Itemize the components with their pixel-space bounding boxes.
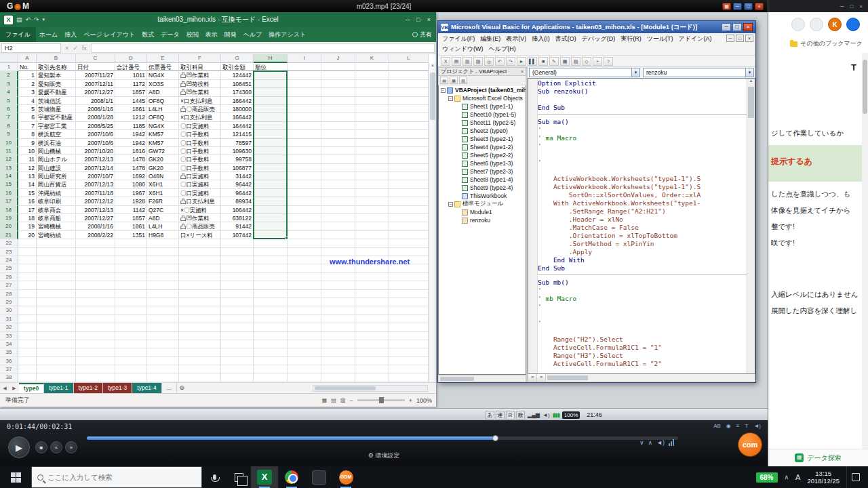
cell-A16[interactable]: 15 bbox=[18, 189, 37, 197]
cell-I4[interactable] bbox=[288, 88, 321, 96]
speaker-icon[interactable]: ◄) bbox=[753, 423, 761, 429]
cell-J22[interactable] bbox=[321, 239, 355, 247]
cell-L21[interactable] bbox=[389, 231, 429, 239]
cell-I10[interactable] bbox=[288, 139, 321, 147]
cell-J31[interactable] bbox=[321, 315, 355, 323]
cell-D19[interactable]: 1857 bbox=[115, 214, 147, 222]
cell-C2[interactable]: 2007/11/27 bbox=[76, 71, 115, 79]
gom-player-titlebar[interactable]: G◉M m023.mp4 [23/24] ▦ ─ □ × bbox=[0, 0, 768, 12]
breakpoint-margin[interactable] bbox=[528, 79, 538, 373]
horizontal-scrollbar[interactable] bbox=[313, 385, 428, 392]
cell-E3[interactable]: XO3S bbox=[147, 80, 179, 88]
cell-L11[interactable] bbox=[389, 147, 429, 155]
cell-B14[interactable]: 岡山研究所 bbox=[37, 172, 76, 180]
cell-I13[interactable] bbox=[288, 164, 321, 172]
row-header-33[interactable]: 33 bbox=[0, 332, 18, 340]
cell-C14[interactable]: 2007/10/7 bbox=[76, 172, 115, 180]
cell-F1[interactable]: 取引科目 bbox=[179, 63, 221, 71]
cell-B24[interactable] bbox=[37, 256, 76, 264]
cell-K4[interactable] bbox=[355, 88, 389, 96]
cell-A1[interactable]: No. bbox=[18, 63, 37, 71]
cell-D30[interactable] bbox=[115, 306, 147, 314]
row-header-27[interactable]: 27 bbox=[0, 281, 18, 289]
cell-G5[interactable]: 166442 bbox=[221, 97, 254, 105]
sheet-tab-...[interactable]: ... bbox=[162, 383, 177, 393]
ime-indicator[interactable]: A bbox=[795, 473, 800, 481]
cell-H13[interactable] bbox=[254, 164, 288, 172]
cell-E5[interactable]: OF8Q bbox=[147, 97, 179, 105]
cell-H29[interactable] bbox=[254, 298, 288, 306]
cell-B6[interactable]: 茨城物産 bbox=[37, 105, 76, 113]
cell-J11[interactable] bbox=[321, 147, 355, 155]
cell-C36[interactable] bbox=[76, 357, 115, 365]
cell-E11[interactable]: GW72 bbox=[147, 147, 179, 155]
cell-E12[interactable]: GK20 bbox=[147, 155, 179, 163]
code-text[interactable]: Option ExplicitSub renzoku() End SubSub … bbox=[538, 79, 747, 373]
other-bookmarks-button[interactable]: その他のブックマーク bbox=[790, 39, 863, 48]
search-input[interactable] bbox=[47, 473, 196, 481]
cell-A31[interactable] bbox=[18, 315, 37, 323]
cell-E15[interactable]: X6H1 bbox=[147, 180, 179, 188]
cell-F26[interactable] bbox=[179, 273, 221, 281]
vba-maximize-button[interactable]: □ bbox=[732, 23, 742, 31]
cell-A4[interactable]: 3 bbox=[18, 88, 37, 96]
row-header-35[interactable]: 35 bbox=[0, 348, 18, 357]
cell-I11[interactable] bbox=[288, 147, 321, 155]
ab-repeat-icon[interactable]: AB bbox=[713, 423, 721, 429]
cell-I35[interactable] bbox=[288, 348, 321, 357]
excel-maximize-button[interactable]: □ bbox=[416, 16, 420, 23]
cell-F30[interactable] bbox=[179, 306, 221, 314]
cell-D21[interactable]: 1351 bbox=[115, 231, 147, 239]
cell-F25[interactable] bbox=[179, 264, 221, 272]
cell-G9[interactable]: 121415 bbox=[221, 130, 254, 138]
cell-F27[interactable] bbox=[179, 281, 221, 289]
cell-E13[interactable]: GK20 bbox=[147, 164, 179, 172]
cell-K10[interactable] bbox=[355, 139, 389, 147]
procedure-dropdown[interactable]: renzoku▼ bbox=[643, 68, 754, 77]
cell-A15[interactable]: 14 bbox=[18, 180, 37, 188]
cell-B21[interactable]: 宮崎紡績 bbox=[37, 231, 76, 239]
cell-J38[interactable] bbox=[321, 373, 355, 382]
cell-E31[interactable] bbox=[147, 315, 179, 323]
undo-icon[interactable]: ↶ bbox=[26, 16, 31, 23]
cell-K31[interactable] bbox=[355, 315, 389, 323]
extension-icon[interactable] bbox=[791, 18, 805, 31]
ribbon-tab-1[interactable]: ファイル bbox=[0, 27, 36, 42]
ribbon-tab-6[interactable]: データ bbox=[157, 27, 182, 42]
cell-L26[interactable] bbox=[389, 273, 429, 281]
ribbon-tab-4[interactable]: ページ レイアウト bbox=[80, 27, 138, 42]
cell-H17[interactable] bbox=[254, 197, 288, 205]
cell-A6[interactable]: 5 bbox=[18, 105, 37, 113]
profile-avatar[interactable]: K bbox=[828, 18, 842, 31]
browser-close-button[interactable]: × bbox=[859, 3, 863, 9]
column-header-C[interactable]: C bbox=[76, 54, 115, 63]
tree-item-vbaproject-taiken03-mihon-xls-[interactable]: −VBAProject (taiken03_mihon.xls) bbox=[439, 86, 526, 94]
excel-close-button[interactable]: × bbox=[427, 16, 431, 23]
tree-item-module1[interactable]: Module1 bbox=[439, 208, 526, 216]
cell-B12[interactable]: 岡山ホテル bbox=[37, 155, 76, 163]
cell-L36[interactable] bbox=[389, 357, 429, 365]
cell-L15[interactable] bbox=[389, 180, 429, 188]
row-header-12[interactable]: 12 bbox=[0, 155, 18, 163]
cell-H38[interactable] bbox=[254, 373, 288, 382]
cell-D17[interactable]: 1928 bbox=[115, 197, 147, 205]
cell-D15[interactable]: 1080 bbox=[115, 180, 147, 188]
cell-L33[interactable] bbox=[389, 332, 429, 340]
cell-H15[interactable] bbox=[254, 180, 288, 188]
cell-A11[interactable]: 10 bbox=[18, 147, 37, 155]
cell-F4[interactable]: 凸凹作業料 bbox=[179, 88, 221, 96]
cell-K36[interactable] bbox=[355, 357, 389, 365]
cell-B26[interactable] bbox=[37, 273, 76, 281]
cell-H10[interactable] bbox=[254, 139, 288, 147]
cell-F23[interactable] bbox=[179, 248, 221, 256]
cell-K21[interactable] bbox=[355, 231, 389, 239]
cell-L38[interactable] bbox=[389, 373, 429, 382]
cell-H4[interactable] bbox=[254, 88, 288, 96]
cell-F9[interactable]: 〇口手数料 bbox=[179, 130, 221, 138]
cell-B22[interactable] bbox=[37, 239, 76, 247]
cell-I22[interactable] bbox=[288, 239, 321, 247]
cell-H3[interactable] bbox=[254, 80, 288, 88]
cell-E21[interactable]: H9G8 bbox=[147, 231, 179, 239]
cell-D36[interactable] bbox=[115, 357, 147, 365]
row-header-21[interactable]: 21 bbox=[0, 231, 18, 239]
